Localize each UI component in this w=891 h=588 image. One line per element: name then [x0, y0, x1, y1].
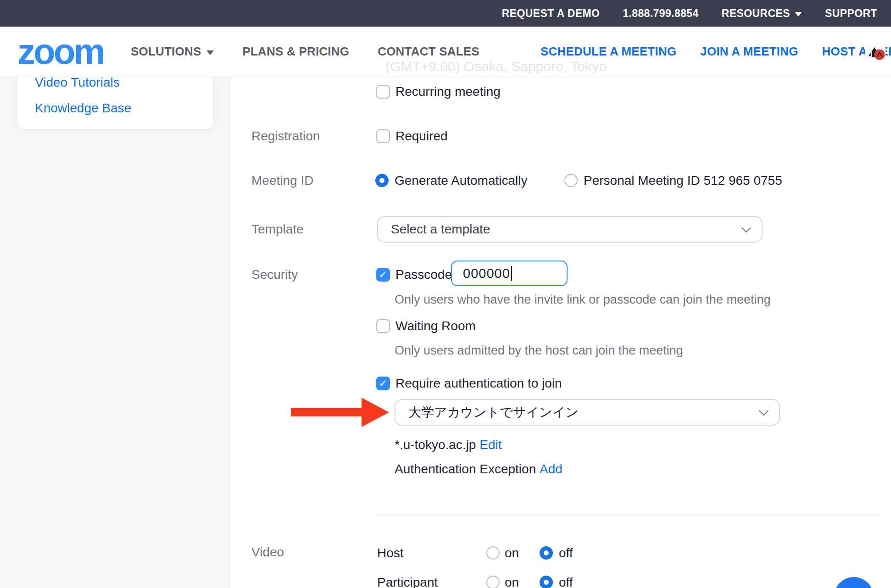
video-host-label: Host: [377, 545, 404, 561]
auth-domain-value: *.u-tokyo.ac.jp: [395, 438, 476, 452]
avatar-image: [865, 42, 885, 62]
auth-method-select[interactable]: 大学アカウントでサインイン: [395, 399, 780, 426]
security-row-label: Security: [251, 266, 298, 283]
recurring-meeting-label[interactable]: Recurring meeting: [395, 83, 501, 100]
meeting-id-generate-label[interactable]: Generate Automatically: [395, 172, 528, 189]
support-link[interactable]: SUPPORT: [825, 7, 877, 20]
registration-row-label: Registration: [251, 128, 320, 144]
section-divider: [377, 515, 881, 516]
host-video-off-radio[interactable]: [540, 546, 553, 560]
check-icon: ✓: [379, 378, 387, 388]
auth-domain-row: *.u-tokyo.ac.jp Edit: [395, 437, 501, 453]
waiting-room-label[interactable]: Waiting Room: [395, 318, 476, 334]
request-demo-link[interactable]: REQUEST A DEMO: [502, 7, 600, 20]
waiting-room-helper-text: Only users admitted by the host can join…: [395, 343, 683, 358]
chevron-down-icon: [759, 406, 768, 416]
passcode-label[interactable]: Passcode: [395, 266, 452, 283]
template-row-label: Template: [251, 221, 304, 238]
nav-plans-pricing[interactable]: PLANS & PRICING: [242, 44, 349, 59]
meeting-id-generate-radio[interactable]: [375, 174, 389, 187]
host-video-off-label[interactable]: off: [559, 545, 573, 561]
annotation-arrow-head: [362, 398, 389, 427]
host-video-on-radio[interactable]: [486, 546, 500, 560]
resources-menu[interactable]: RESOURCES: [722, 7, 802, 20]
caret-down-icon: [795, 12, 802, 17]
registration-required-checkbox[interactable]: [376, 129, 390, 143]
nav-contact-sales[interactable]: CONTACT SALES: [378, 44, 479, 59]
header-nav-right: SCHEDULE A MEETING JOIN A MEETING HOST A…: [540, 27, 891, 77]
zoom-schedule-meeting-page: Video Tutorials Knowledge Base Recurring…: [0, 0, 891, 588]
phone-number-link[interactable]: 1.888.799.8854: [623, 7, 698, 20]
nav-solutions[interactable]: SOLUTIONS: [131, 44, 214, 59]
participant-video-off-label[interactable]: off: [559, 574, 573, 588]
host-video-on-label[interactable]: on: [505, 545, 519, 561]
chevron-down-icon: [741, 223, 751, 233]
waiting-room-checkbox[interactable]: [376, 319, 390, 333]
require-auth-label[interactable]: Require authentication to join: [395, 375, 562, 392]
nav-schedule-meeting[interactable]: SCHEDULE A MEETING: [540, 44, 676, 59]
passcode-value: 000000: [463, 266, 510, 281]
require-auth-checkbox[interactable]: ✓: [376, 377, 390, 390]
passcode-helper-text: Only users who have the invite link or p…: [395, 292, 770, 307]
video-participant-label: Participant: [377, 574, 438, 588]
zoom-logo[interactable]: zoom: [17, 31, 104, 72]
auth-exception-row: Authentication Exception Add: [395, 461, 562, 477]
caret-down-icon: [206, 50, 214, 55]
user-avatar[interactable]: [865, 42, 885, 62]
nav-join-meeting[interactable]: JOIN A MEETING: [700, 44, 798, 59]
annotation-arrow: [291, 408, 364, 416]
text-cursor: [511, 266, 512, 281]
sidebar-link-knowledge-base[interactable]: Knowledge Base: [35, 101, 131, 116]
video-row-label: Video: [251, 544, 284, 560]
meeting-id-row-label: Meeting ID: [251, 172, 313, 189]
sidebar-link-video-tutorials[interactable]: Video Tutorials: [35, 75, 120, 90]
meeting-id-personal-radio[interactable]: [564, 174, 578, 187]
help-fab-button[interactable]: [834, 577, 874, 588]
passcode-checkbox[interactable]: ✓: [376, 268, 390, 282]
check-icon: ✓: [379, 270, 387, 280]
template-select-value: Select a template: [391, 222, 490, 237]
auth-exception-add-link[interactable]: Add: [540, 462, 562, 476]
template-select[interactable]: Select a template: [377, 216, 763, 243]
participant-video-off-radio[interactable]: [540, 576, 553, 588]
main-header: (GMT+9:00) Osaka, Sapporo, Tokyo zoom SO…: [0, 27, 891, 77]
recurring-meeting-checkbox[interactable]: [376, 85, 390, 99]
registration-required-label[interactable]: Required: [395, 128, 448, 144]
auth-exception-label: Authentication Exception: [395, 462, 536, 476]
auth-method-select-value: 大学アカウントでサインイン: [408, 404, 579, 421]
passcode-input[interactable]: 000000: [451, 261, 568, 286]
header-nav-left: SOLUTIONS PLANS & PRICING CONTACT SALES: [131, 27, 479, 77]
participant-video-on-label[interactable]: on: [505, 574, 519, 588]
top-utility-bar: REQUEST A DEMO 1.888.799.8854 RESOURCES …: [0, 0, 891, 27]
participant-video-on-radio[interactable]: [486, 576, 500, 588]
meeting-id-personal-label[interactable]: Personal Meeting ID 512 965 0755: [584, 172, 782, 189]
auth-domain-edit-link[interactable]: Edit: [479, 438, 501, 452]
